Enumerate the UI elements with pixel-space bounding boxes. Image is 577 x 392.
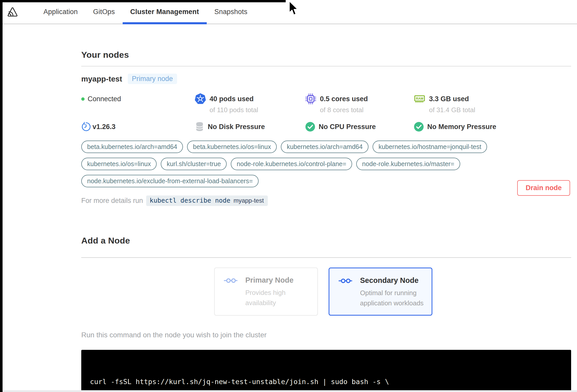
secondary-node-option-subtitle: Optimal for running application workload… — [360, 288, 424, 308]
terminal-line: curl -fsSL https://kurl.sh/jq-new-test-u… — [90, 377, 566, 386]
node-label-pill: beta.kubernetes.io/arch=amd64 — [81, 141, 183, 153]
pods-stat: 40 pods used of 110 pods total — [195, 93, 305, 114]
node-details-line: For more details run kubectl describe no… — [81, 195, 571, 206]
memory-stat: RAM 3.3 GB used of 31.4 GB total — [414, 93, 571, 114]
drain-node-button[interactable]: Drain node — [517, 180, 570, 196]
screen-edge-top — [0, 0, 286, 2]
kubectl-command-node-name: myapp-test — [234, 197, 264, 204]
pods-total-label: of 110 pods total — [210, 106, 258, 114]
disk-pressure-condition: No Disk Pressure — [195, 122, 305, 132]
primary-node-badge: Primary node — [128, 74, 177, 84]
tab-snapshots[interactable]: Snapshots — [207, 0, 255, 24]
node-label-pill: beta.kubernetes.io/os=linux — [187, 141, 277, 153]
svg-text:RAM: RAM — [416, 97, 423, 100]
kubectl-command-chip: kubectl describe node myapp-test — [146, 195, 268, 206]
join-command-terminal[interactable]: curl -fsSL https://kurl.sh/jq-new-test-u… — [81, 350, 571, 392]
section-divider — [81, 257, 571, 258]
cores-total-label: of 8 cores total — [320, 106, 368, 114]
node-version-label: v1.26.3 — [93, 123, 116, 131]
node-label-pill: kubernetes.io/os=linux — [81, 158, 157, 170]
kubectl-command: kubectl describe node — [150, 197, 230, 204]
connected-dot-icon — [81, 97, 85, 101]
primary-node-option-title: Primary Node — [245, 276, 309, 284]
memory-pressure-condition: No Memory Pressure — [414, 122, 571, 132]
check-circle-icon — [305, 122, 315, 132]
app-logo — [7, 0, 18, 24]
app-logo-icon — [7, 7, 18, 17]
memory-total-label: of 31.4 GB total — [429, 106, 475, 114]
node-version: v1.26.3 — [81, 122, 195, 132]
memory-used-label: 3.3 GB used — [429, 93, 475, 105]
check-circle-icon — [414, 122, 424, 132]
node-link-icon — [224, 277, 239, 284]
primary-node-option[interactable]: Primary Node Provides high availability — [214, 268, 318, 316]
cpu-icon — [305, 93, 316, 105]
nav-tabs: Application GitOps Cluster Management Sn… — [36, 0, 255, 24]
cpu-pressure-label: No CPU Pressure — [319, 123, 376, 131]
primary-node-option-subtitle: Provides high availability — [245, 287, 309, 308]
disk-pressure-label: No Disk Pressure — [208, 123, 265, 131]
join-instruction: Run this command on the node you wish to… — [81, 331, 571, 339]
screenshot-frame: Application GitOps Cluster Management Sn… — [0, 0, 577, 392]
screen-edge-left — [0, 0, 3, 392]
disk-icon — [195, 122, 204, 132]
add-node-title: Add a Node — [81, 236, 571, 246]
tab-gitops[interactable]: GitOps — [85, 0, 122, 24]
pods-used-label: 40 pods used — [210, 93, 258, 105]
node-label-pill: node-role.kubernetes.io/master= — [356, 158, 460, 170]
your-nodes-title: Your nodes — [81, 50, 571, 60]
tab-application[interactable]: Application — [36, 0, 85, 24]
node-status: Connected — [81, 93, 195, 105]
secondary-node-option[interactable]: Secondary Node Optimal for running appli… — [329, 268, 432, 316]
cores-used-label: 0.5 cores used — [320, 93, 368, 105]
add-node-section: Add a Node Primary Node — [81, 206, 571, 392]
node-label-pill: node-role.kubernetes.io/control-plane= — [231, 158, 352, 170]
cores-stat: 0.5 cores used of 8 cores total — [305, 93, 414, 114]
node-status-label: Connected — [88, 95, 121, 103]
tab-cluster-management[interactable]: Cluster Management — [123, 0, 207, 24]
node-label-pill: node.kubernetes.io/exclude-from-external… — [81, 175, 259, 187]
details-prefix: For more details run — [81, 197, 143, 205]
node-link-icon — [339, 278, 353, 284]
mouse-cursor-icon — [288, 1, 298, 17]
node-card: myapp-test Primary node Connected — [81, 66, 571, 206]
kubernetes-icon — [195, 93, 206, 105]
node-labels: beta.kubernetes.io/arch=amd64 beta.kuber… — [81, 141, 508, 187]
version-icon — [81, 122, 91, 132]
node-type-options: Primary Node Provides high availability — [214, 268, 571, 316]
memory-pressure-label: No Memory Pressure — [427, 123, 496, 131]
node-name: myapp-test — [81, 75, 122, 83]
your-nodes-section: Your nodes myapp-test Primary node Conne… — [81, 24, 571, 206]
node-label-pill: kubernetes.io/arch=amd64 — [281, 141, 368, 153]
cpu-pressure-condition: No CPU Pressure — [305, 122, 414, 132]
screen-edge-bottom — [3, 390, 577, 392]
ram-icon: RAM — [414, 93, 425, 105]
node-label-pill: kurl.sh/cluster=true — [161, 158, 227, 170]
node-label-pill: kubernetes.io/hostname=jonquil-test — [373, 141, 487, 153]
secondary-node-option-title: Secondary Node — [360, 276, 424, 285]
